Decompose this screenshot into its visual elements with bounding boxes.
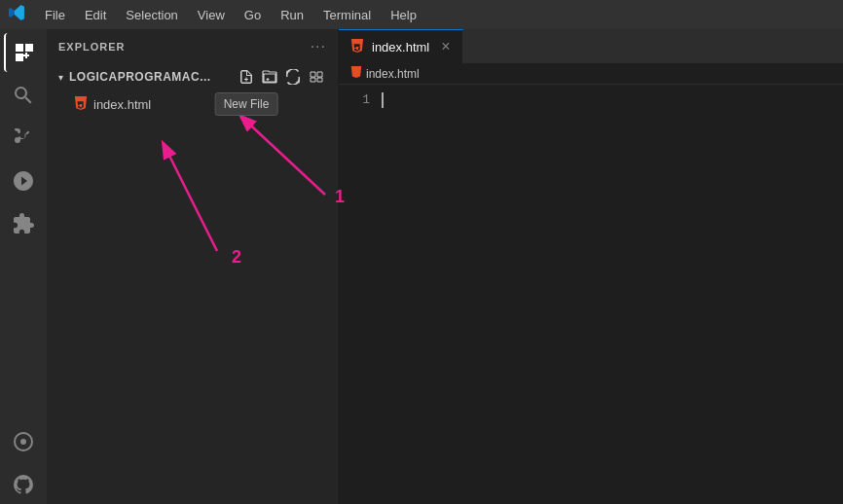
menu-view[interactable]: View: [190, 5, 233, 25]
menu-edit[interactable]: Edit: [77, 5, 114, 25]
more-options-button[interactable]: ···: [311, 38, 326, 55]
folder-row[interactable]: ▾ LOGICAPROGRAMAC... New File: [47, 63, 338, 90]
activity-run[interactable]: [4, 162, 43, 200]
line-number-1: 1: [339, 92, 370, 107]
activity-search[interactable]: [4, 76, 43, 115]
editor-content: 1: [339, 85, 843, 504]
tab-close-button[interactable]: ×: [441, 38, 450, 55]
menu-run[interactable]: Run: [273, 5, 312, 25]
menu-selection[interactable]: Selection: [118, 5, 185, 25]
activity-source-control[interactable]: [4, 119, 43, 158]
main-layout: EXPLORER ··· ▾ LOGICAPROGRAMAC... New Fi…: [0, 29, 843, 504]
text-cursor: [382, 92, 384, 108]
sidebar-actions: ···: [311, 38, 326, 55]
tab-html-icon: [350, 39, 364, 55]
activity-github[interactable]: [4, 465, 43, 504]
breadcrumb: index.html: [339, 63, 843, 85]
activity-explorer[interactable]: [4, 33, 43, 72]
folder-action-icons: New File: [237, 67, 326, 87]
folder-name: LOGICAPROGRAMAC...: [69, 70, 211, 84]
menu-help[interactable]: Help: [383, 5, 424, 25]
menu-terminal[interactable]: Terminal: [315, 5, 379, 25]
new-folder-button[interactable]: [260, 67, 279, 87]
tab-index-html[interactable]: index.html ×: [339, 29, 463, 63]
svg-point-1: [20, 439, 26, 445]
sidebar-header: EXPLORER ···: [47, 29, 338, 63]
editor-area: index.html × index.html 1: [339, 29, 843, 504]
tab-bar: index.html ×: [339, 29, 843, 63]
tab-name-label: index.html: [372, 40, 429, 54]
activity-bar: [0, 29, 47, 504]
menu-file[interactable]: File: [37, 5, 73, 25]
sidebar: EXPLORER ··· ▾ LOGICAPROGRAMAC... New Fi…: [47, 29, 339, 504]
menu-bar: File Edit Selection View Go Run Terminal…: [0, 0, 843, 29]
activity-remote[interactable]: [4, 422, 43, 461]
file-name-label: index.html: [93, 97, 151, 112]
file-row-index-html[interactable]: index.html: [47, 90, 338, 118]
explorer-title: EXPLORER: [58, 41, 126, 53]
new-file-button[interactable]: New File: [237, 67, 256, 87]
collapse-button[interactable]: [307, 67, 326, 87]
breadcrumb-file-name: index.html: [366, 67, 420, 81]
html-breadcrumb-icon: [350, 66, 362, 81]
activity-extensions[interactable]: [4, 204, 43, 243]
vscode-logo: [8, 4, 25, 25]
html-file-icon: [74, 96, 88, 113]
line-numbers: 1: [339, 92, 382, 504]
folder-arrow-icon: ▾: [58, 72, 63, 83]
refresh-button[interactable]: [283, 67, 303, 87]
editor-text-area[interactable]: [382, 92, 843, 504]
menu-go[interactable]: Go: [237, 5, 269, 25]
